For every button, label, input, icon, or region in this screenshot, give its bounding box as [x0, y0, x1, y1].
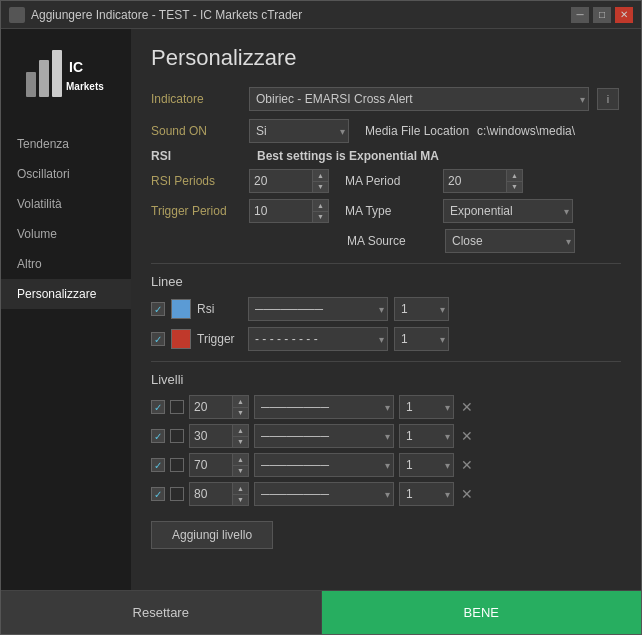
line-rsi-name: Rsi: [197, 302, 242, 316]
level-0-up[interactable]: ▲: [233, 396, 248, 408]
line-trigger-style-select[interactable]: - - - - - - - - -: [248, 327, 388, 351]
level-1-width-select[interactable]: 1: [399, 424, 454, 448]
level-0-width-select[interactable]: 1: [399, 395, 454, 419]
info-icon[interactable]: i: [597, 88, 619, 110]
level-2-down[interactable]: ▼: [233, 466, 248, 477]
rsi-periods-row: RSI Periods ▲ ▼: [151, 169, 329, 193]
minimize-button[interactable]: ─: [571, 7, 589, 23]
level-3-style-select[interactable]: ────────: [254, 482, 394, 506]
sidebar-item-volume[interactable]: Volume: [1, 219, 131, 249]
page-title: Personalizzare: [151, 45, 621, 71]
lines-section-header: Linee: [151, 274, 621, 289]
level-2-style-select[interactable]: ────────: [254, 453, 394, 477]
sidebar-item-altro[interactable]: Altro: [1, 249, 131, 279]
trigger-period-input[interactable]: [250, 200, 312, 222]
level-1-input[interactable]: [190, 425, 232, 447]
level-3-checkbox2[interactable]: [170, 487, 184, 501]
level-3-down[interactable]: ▼: [233, 495, 248, 506]
line-trigger-color[interactable]: [171, 329, 191, 349]
content-area: IC Markets Tendenza Oscillatori Volatili…: [1, 29, 641, 590]
main-window: Aggiungere Indicatore - TEST - IC Market…: [0, 0, 642, 635]
sound-on-label: Sound ON: [151, 124, 241, 138]
sound-on-select-wrapper: Si No: [249, 119, 349, 143]
level-2-checkbox[interactable]: [151, 458, 165, 472]
level-0-input[interactable]: [190, 396, 232, 418]
line-trigger-width-select[interactable]: 1 2 3: [394, 327, 449, 351]
level-1-up[interactable]: ▲: [233, 425, 248, 437]
rsi-periods-spinner: ▲ ▼: [249, 169, 329, 193]
level-3-width-select[interactable]: 1: [399, 482, 454, 506]
level-3-checkbox[interactable]: [151, 487, 165, 501]
level-1-checkbox[interactable]: [151, 429, 165, 443]
main-content: Personalizzare Indicatore Obiriec - EMAR…: [131, 29, 641, 590]
level-0-checkbox[interactable]: [151, 400, 165, 414]
level-3-delete-button[interactable]: ✕: [459, 486, 475, 502]
level-1-width-wrapper: 1: [399, 424, 454, 448]
level-0-style-select[interactable]: ────────: [254, 395, 394, 419]
level-1-style-wrapper: ────────: [254, 424, 394, 448]
level-3-input[interactable]: [190, 483, 232, 505]
ma-period-up[interactable]: ▲: [507, 170, 522, 182]
level-1-down[interactable]: ▼: [233, 437, 248, 448]
trigger-ma-type-row: Trigger Period ▲ ▼ MA Type Exponential: [151, 199, 621, 223]
level-1-checkbox2[interactable]: [170, 429, 184, 443]
line-rsi-color[interactable]: [171, 299, 191, 319]
sidebar-item-tendenza[interactable]: Tendenza: [1, 129, 131, 159]
ma-type-select[interactable]: Exponential Simple Weighted: [443, 199, 573, 223]
level-2-checkbox2[interactable]: [170, 458, 184, 472]
line-rsi-style-wrapper: ────────: [248, 297, 388, 321]
add-level-button[interactable]: Aggiungi livello: [151, 521, 273, 549]
level-3-width-wrapper: 1: [399, 482, 454, 506]
ma-source-select[interactable]: Close Open High Low: [445, 229, 575, 253]
ma-source-label: MA Source: [347, 234, 437, 248]
rsi-periods-spinner-btns: ▲ ▼: [312, 170, 328, 192]
level-2-delete-button[interactable]: ✕: [459, 457, 475, 473]
sidebar-item-oscillatori[interactable]: Oscillatori: [1, 159, 131, 189]
trigger-period-spinner: ▲ ▼: [249, 199, 329, 223]
level-2-spinner: ▲ ▼: [189, 453, 249, 477]
line-rsi-style-select[interactable]: ────────: [248, 297, 388, 321]
level-0-down[interactable]: ▼: [233, 408, 248, 419]
trigger-period-up[interactable]: ▲: [313, 200, 328, 212]
rsi-best-row: RSI Best settings is Exponential MA: [151, 149, 621, 163]
level-2-input[interactable]: [190, 454, 232, 476]
ma-type-row: MA Type Exponential Simple Weighted: [345, 199, 573, 223]
levels-section-header: Livelli: [151, 372, 621, 387]
ma-type-select-wrapper: Exponential Simple Weighted: [443, 199, 573, 223]
trigger-period-down[interactable]: ▼: [313, 212, 328, 223]
level-0-delete-button[interactable]: ✕: [459, 399, 475, 415]
divider-1: [151, 263, 621, 264]
ma-period-down[interactable]: ▼: [507, 182, 522, 193]
ma-period-spinner-btns: ▲ ▼: [506, 170, 522, 192]
indicatore-row: Indicatore Obiriec - EMARSI Cross Alert …: [151, 87, 621, 111]
rsi-periods-input[interactable]: [250, 170, 312, 192]
level-1-delete-button[interactable]: ✕: [459, 428, 475, 444]
level-2-up[interactable]: ▲: [233, 454, 248, 466]
ma-period-row: MA Period ▲ ▼: [345, 169, 523, 193]
level-0-checkbox2[interactable]: [170, 400, 184, 414]
level-3-up[interactable]: ▲: [233, 483, 248, 495]
close-button[interactable]: ✕: [615, 7, 633, 23]
sidebar-item-personalizzare[interactable]: Personalizzare: [1, 279, 131, 309]
reset-button[interactable]: Resettare: [1, 591, 322, 634]
level-1-spinner: ▲ ▼: [189, 424, 249, 448]
line-rsi-checkbox[interactable]: [151, 302, 165, 316]
sidebar: IC Markets Tendenza Oscillatori Volatili…: [1, 29, 131, 590]
level-3-spinner-btns: ▲ ▼: [232, 483, 248, 505]
level-2-width-select[interactable]: 1: [399, 453, 454, 477]
rsi-section-label: RSI: [151, 149, 241, 163]
window-controls: ─ □ ✕: [571, 7, 633, 23]
rsi-periods-up[interactable]: ▲: [313, 170, 328, 182]
ma-period-input[interactable]: [444, 170, 506, 192]
bottom-bar: Resettare BENE: [1, 590, 641, 634]
title-bar: Aggiungere Indicatore - TEST - IC Market…: [1, 1, 641, 29]
maximize-button[interactable]: □: [593, 7, 611, 23]
rsi-periods-down[interactable]: ▼: [313, 182, 328, 193]
level-1-style-select[interactable]: ────────: [254, 424, 394, 448]
ok-button[interactable]: BENE: [322, 591, 642, 634]
sound-on-select[interactable]: Si No: [249, 119, 349, 143]
line-rsi-width-select[interactable]: 1 2 3: [394, 297, 449, 321]
sidebar-item-volatilita[interactable]: Volatilità: [1, 189, 131, 219]
indicatore-select[interactable]: Obiriec - EMARSI Cross Alert: [249, 87, 589, 111]
line-trigger-checkbox[interactable]: [151, 332, 165, 346]
